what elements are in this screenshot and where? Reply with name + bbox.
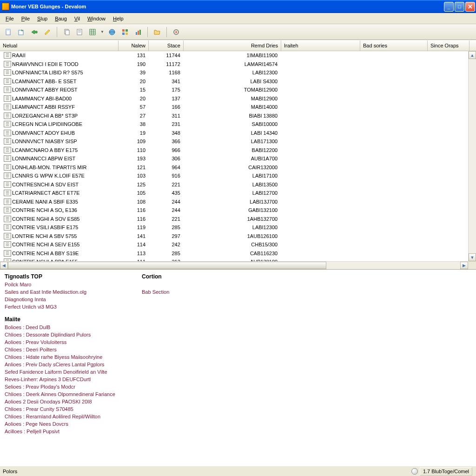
table-row[interactable]: ☰CONTRESNCHI A SDV EIST125221LABI13500 xyxy=(0,180,468,189)
column-header[interactable]: Stace xyxy=(149,40,184,51)
table-row[interactable]: ☰CONTRIE NCHI A SEIV E155114242CHB15/300 xyxy=(0,240,468,249)
new-page-icon[interactable] xyxy=(3,26,14,38)
row-ref: LAMARI14574 xyxy=(183,61,280,67)
table-row[interactable]: ☰NRAWVNNCI I EDII E TOOD19011172LAMARI14… xyxy=(0,60,468,69)
table-row[interactable]: ☰LONMVANCT ABBY REOST15175TOMABI12900 xyxy=(0,86,468,94)
row-icon: ☰ xyxy=(4,69,11,76)
detail-line: Aolioes : Preav Voluloiterss xyxy=(5,338,142,346)
detail-line: Chlioes : Dessorate Diplindiard Pulors xyxy=(5,331,142,338)
row-value2: 366 xyxy=(148,138,183,145)
table-row[interactable]: ☰CONTRIE NCHI A BPA E155111212AUB138100 xyxy=(0,258,468,261)
menu-window[interactable]: Window xyxy=(84,14,109,23)
folder-open-icon[interactable] xyxy=(152,26,163,38)
row-ref: LABI12300 xyxy=(183,224,280,231)
row-value1: 108 xyxy=(118,198,148,205)
categories-icon[interactable] xyxy=(119,26,131,38)
detail-line: Chlioes : Rerarnland Aolilired Repil/Wii… xyxy=(5,413,142,420)
table-row[interactable]: ☰LCREGN NCIA LIPIDIINGOBE38231SABI10000 xyxy=(0,120,468,129)
column-header[interactable]: Iraiteh xyxy=(281,40,360,51)
row-icon: ☰ xyxy=(4,138,11,145)
svg-point-14 xyxy=(109,29,115,35)
row-value2: 285 xyxy=(148,224,183,231)
table-row[interactable]: ☰LEAMNANCT ABBI RSSYF57166MABI14000 xyxy=(0,103,468,112)
menu-slup[interactable]: Slup xyxy=(33,14,51,23)
column-header[interactable]: Since Oraps xyxy=(428,40,469,51)
menu-baug[interactable]: Baug xyxy=(51,14,71,23)
table-row[interactable]: ☰LONMNANCCI ABPW EIST193306AUBI1A700 xyxy=(0,154,468,163)
horizontal-scrollbar[interactable]: ◀ ▶ xyxy=(0,261,476,269)
table-row[interactable]: ☰LONNNVNCT NIASBY SISP109366LAB171300 xyxy=(0,137,468,146)
table-row[interactable]: ☰CERAME NANI A SBIF E335108244LABI13J700 xyxy=(0,198,468,206)
menu-vil[interactable]: Vil xyxy=(71,14,84,23)
dropdown-icon[interactable]: ▼ xyxy=(100,30,105,34)
vertical-scrollbar[interactable]: ▲ ▼ xyxy=(468,51,476,261)
row-ref: SABI10000 xyxy=(183,121,280,127)
grid-icon[interactable] xyxy=(87,26,98,38)
row-icon: ☰ xyxy=(4,61,11,67)
table-row[interactable]: ☰CONTRIE VSILI ASBIF E175119285LABI12300 xyxy=(0,223,468,232)
accept-icon[interactable] xyxy=(29,26,40,38)
export-icon[interactable] xyxy=(16,26,27,38)
row-ref: LABI S4300 xyxy=(183,78,280,85)
menu-pile[interactable]: Pile xyxy=(18,14,33,23)
scroll-track[interactable] xyxy=(8,262,476,269)
row-name: NRAWVNNCI I EDII E TOOD xyxy=(12,61,79,67)
table-row[interactable]: ☰CONTRIE NCHI A BBY S19E113285CAB116230 xyxy=(0,249,468,258)
column-header[interactable]: Nelual xyxy=(0,40,119,51)
menu-help[interactable]: Help xyxy=(109,14,127,23)
row-icon: ☰ xyxy=(4,86,11,93)
table-row[interactable]: ☰RAAII131117441IMABI11900 xyxy=(0,51,468,60)
column-header[interactable]: Bad sories xyxy=(360,40,428,51)
table-row[interactable]: ☰LCANMCNARO A BBY E175110966BABI12200 xyxy=(0,146,468,155)
table-row[interactable]: ☰LAAMMANCY ABI-BAD0020137MABI12900 xyxy=(0,94,468,103)
scroll-thumb[interactable] xyxy=(8,262,326,269)
row-ref: 1IMABI11900 xyxy=(183,52,280,59)
row-ref: MABI14000 xyxy=(183,104,280,110)
maximize-button[interactable]: □ xyxy=(455,2,464,12)
row-icon: ☰ xyxy=(4,241,11,248)
table-row[interactable]: ☰LONHLAB-MON. TIPARTI'S MIR121964CAIR132… xyxy=(0,163,468,172)
row-value1: 20 xyxy=(118,78,148,85)
settings-icon[interactable] xyxy=(171,26,182,38)
row-value2: 1168 xyxy=(148,69,183,76)
detail-line: Anlioes : Preiv Dacly sCieres Lantal Pgp… xyxy=(5,361,142,368)
scroll-up-icon[interactable]: ▲ xyxy=(469,51,476,59)
table-row[interactable]: ☰LONTRIE NCHI A SBV 57551412971AUB126100 xyxy=(0,232,468,241)
detail-line: Selioes : Preav Ploday's Modcr xyxy=(5,383,142,390)
row-name: LONTRIE NCHI A SBV 5755 xyxy=(12,233,77,239)
page-icon[interactable] xyxy=(74,26,85,38)
row-value2: 435 xyxy=(148,190,183,196)
copy-icon[interactable] xyxy=(61,26,72,38)
row-value2: 11172 xyxy=(148,61,183,67)
minimize-button[interactable]: _ xyxy=(444,2,454,12)
svg-rect-15 xyxy=(122,29,125,32)
scroll-left-icon[interactable]: ◀ xyxy=(0,262,8,269)
table-row[interactable]: ☰LONFNIANCTA LIBID R? S575391168LABI1230… xyxy=(0,68,468,77)
close-button[interactable]: ✕ xyxy=(465,2,475,12)
status-icon xyxy=(411,468,418,475)
column-header[interactable]: Nalew xyxy=(119,40,149,51)
table-row[interactable]: ☰LONMVANCT ADOY EHUB19348LABI 14340 xyxy=(0,129,468,138)
row-ref: CAIR132000 xyxy=(183,164,280,171)
globe-icon[interactable] xyxy=(106,26,118,38)
chart-icon[interactable] xyxy=(132,26,144,38)
menu-file[interactable]: File xyxy=(2,14,18,23)
edit-icon[interactable] xyxy=(42,26,53,38)
table-row[interactable]: ☰LCAMNANCT ABB- E SSET20341LABI S4300 xyxy=(0,77,468,86)
scroll-right-icon[interactable]: ▶ xyxy=(460,262,468,269)
column-header[interactable]: Remd Dries xyxy=(184,40,281,51)
row-value2: 137 xyxy=(148,95,183,102)
svg-rect-16 xyxy=(126,29,128,32)
row-value1: 110 xyxy=(118,147,148,153)
detail-line: Bolioes : Deed DulB xyxy=(5,324,142,331)
table-row[interactable]: ☰LCATRIARNECT ABCT ET7E105435LABI12700 xyxy=(0,189,468,198)
row-value2: 231 xyxy=(148,121,183,127)
scroll-down-icon[interactable]: ▼ xyxy=(469,253,476,261)
table-row[interactable]: ☰CONTRIE NCHI A SO„ E136116244GABI132100 xyxy=(0,206,468,215)
table-row[interactable]: ☰CONTRIE NGHI A SOV ES851162211AHB132700 xyxy=(0,215,468,224)
table-row[interactable]: ☰LORZEGANCHI A BB* ST3P27311BIABI 13880 xyxy=(0,112,468,120)
app-icon xyxy=(2,3,9,10)
table-row[interactable]: ☰LCNNRS G WPW K.LOIF E57E103916LABI17100 xyxy=(0,172,468,180)
row-icon: ☰ xyxy=(4,198,11,205)
row-name: LCANMCNARO A BBY E175 xyxy=(12,147,78,153)
